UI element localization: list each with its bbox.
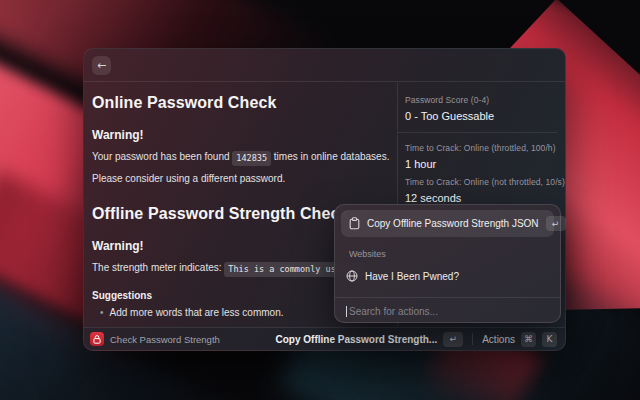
primary-action-button[interactable]: Copy Offline Password Strength... (276, 334, 438, 345)
return-key-badge: ↵ (443, 332, 463, 347)
online-found-line: Your password has been found 142835 time… (92, 151, 397, 166)
action-item-copy-json[interactable]: Copy Offline Password Strength JSON ↵ (341, 210, 554, 237)
k-key-badge: K (542, 332, 557, 347)
lock-icon (90, 332, 104, 346)
clipboard-icon (349, 217, 360, 230)
metadata-value: 0 - Too Guessable (405, 110, 557, 122)
launcher-window: ← Online Password Check Warning! Your pa… (83, 48, 566, 351)
metadata-value: 1 hour (405, 158, 557, 170)
meter-prefix: The strength meter indicates: (92, 262, 222, 273)
found-prefix: Your password has been found (92, 151, 230, 162)
bullet-dot: • (100, 307, 104, 319)
consider-line: Please consider using a different passwo… (92, 173, 397, 185)
metadata-divider (398, 132, 557, 133)
action-item-have-i-been-pwned[interactable]: Have I Been Pwned? (346, 266, 459, 286)
back-button[interactable]: ← (92, 56, 111, 75)
actions-search-row (346, 303, 550, 319)
text-caret (346, 306, 347, 317)
footer-divider (472, 333, 473, 345)
online-warning-heading: Warning! (92, 128, 397, 142)
cmd-key-badge: ⌘ (521, 332, 536, 347)
found-suffix: times in online databases. (274, 151, 390, 162)
metadata-label: Time to Crack: Online (throttled, 100/h) (405, 143, 557, 153)
metadata-label: Password Score (0-4) (405, 95, 557, 105)
suggestion-text: Add more words that are less common. (110, 307, 284, 319)
metadata-value: 12 seconds (405, 192, 557, 204)
popup-section-websites: Websites (349, 249, 386, 259)
extension-name: Check Password Strength (110, 334, 220, 345)
actions-popup: Copy Offline Password Strength JSON ↵ We… (334, 204, 561, 323)
actions-search-input[interactable] (349, 306, 550, 317)
found-count-badge: 142835 (232, 151, 271, 166)
footer-bar: Check Password Strength Copy Offline Pas… (84, 327, 565, 350)
metadata-label: Time to Crack: Online (not throttled, 10… (405, 177, 557, 187)
return-key-badge: ↵ (546, 216, 566, 231)
popup-divider (335, 297, 560, 298)
actions-button[interactable]: Actions (482, 334, 515, 345)
action-item-label: Copy Offline Password Strength JSON (367, 218, 539, 229)
globe-icon (346, 270, 358, 282)
window-header: ← (84, 49, 565, 82)
online-check-heading: Online Password Check (92, 94, 397, 112)
action-item-label: Have I Been Pwned? (365, 271, 459, 282)
